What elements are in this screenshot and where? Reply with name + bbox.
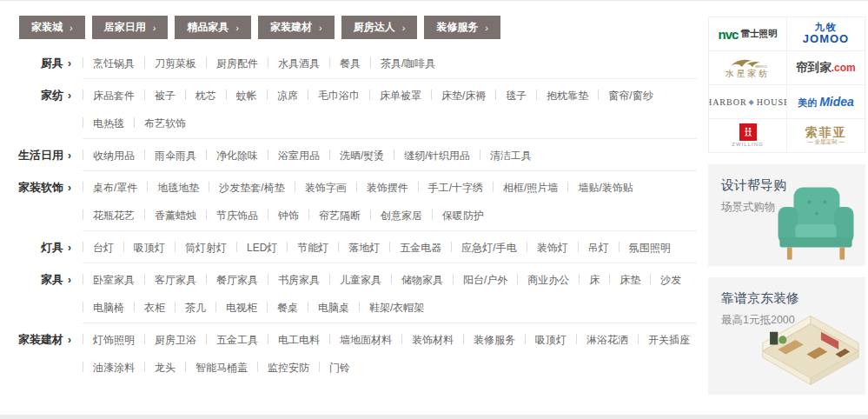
category-link[interactable]: 床 <box>580 266 609 294</box>
nav-button-daily-home[interactable]: 居家日用› <box>92 16 169 39</box>
category-link[interactable]: 枕芯 <box>186 82 226 110</box>
category-link[interactable]: 应急灯/手电 <box>452 234 526 262</box>
brand-nvc-lighting[interactable]: nvc 雷士照明 <box>709 17 787 51</box>
category-link[interactable]: 钟饰 <box>268 202 308 229</box>
brand-jomoo[interactable]: 九牧 JOMOO <box>787 17 865 51</box>
category-link[interactable]: 保暖防护 <box>433 202 494 229</box>
category-link[interactable]: 布艺软饰 <box>135 110 195 137</box>
category-link[interactable]: 储物家具 <box>392 266 453 294</box>
category-label[interactable]: 灯具› <box>0 234 83 262</box>
category-link[interactable]: 开关插座 <box>639 326 699 354</box>
category-link[interactable]: 花瓶花艺 <box>83 202 144 229</box>
category-link[interactable]: 床垫/床褥 <box>432 82 495 110</box>
category-link[interactable]: 厨房卫浴 <box>145 326 206 354</box>
nav-button-renovation-service[interactable]: 装修服务› <box>424 16 500 39</box>
category-link[interactable]: 吸顶灯 <box>124 234 175 262</box>
category-link[interactable]: 浴室用品 <box>268 142 329 170</box>
category-link[interactable]: 吊灯 <box>579 234 619 262</box>
category-link[interactable]: 桌布/罩件 <box>83 174 147 202</box>
category-link[interactable]: 电脑椅 <box>83 294 134 322</box>
category-link[interactable]: 商业办公 <box>518 266 579 294</box>
category-link[interactable]: 装饰字画 <box>295 174 356 202</box>
category-label[interactable]: 生活日用› <box>0 142 83 170</box>
category-link[interactable]: 墙地面材料 <box>330 326 401 354</box>
category-link[interactable]: 洗晒/熨烫 <box>330 142 394 170</box>
category-link[interactable]: 电工电料 <box>268 326 329 354</box>
category-link[interactable]: 香薰蜡烛 <box>145 202 206 229</box>
category-link[interactable]: 儿童家具 <box>330 266 391 294</box>
category-link[interactable]: 烹饪锅具 <box>83 50 144 77</box>
category-label[interactable]: 厨具› <box>0 50 83 77</box>
category-link[interactable]: 水具酒具 <box>268 50 329 77</box>
nav-button-building-materials[interactable]: 家装建材› <box>258 16 335 39</box>
category-link[interactable]: 客厅家具 <box>145 266 206 294</box>
brand-sofia[interactable]: 索菲亚 — 全屋定制 — <box>787 119 865 153</box>
category-label[interactable]: 家具› <box>0 266 83 294</box>
category-link[interactable]: 刀剪菜板 <box>145 50 206 77</box>
category-link[interactable]: 筒灯射灯 <box>176 234 236 262</box>
category-link[interactable]: 床单被罩 <box>370 82 431 110</box>
category-link[interactable]: 抱枕靠垫 <box>537 82 598 110</box>
category-link[interactable]: 五金电器 <box>390 234 451 262</box>
category-link[interactable]: 氛围照明 <box>620 234 680 262</box>
category-link[interactable]: 茶几 <box>176 294 215 322</box>
category-link[interactable]: 书房家具 <box>268 266 329 294</box>
category-link[interactable]: 地毯地垫 <box>148 174 209 202</box>
category-link[interactable]: 门铃 <box>320 354 360 382</box>
category-link[interactable]: 毛巾浴巾 <box>308 82 369 110</box>
category-link[interactable]: 节庆饰品 <box>207 202 268 229</box>
category-link[interactable]: 墙贴/装饰贴 <box>568 174 642 202</box>
category-link[interactable]: 台灯 <box>83 234 123 262</box>
category-link[interactable]: 电视柜 <box>216 294 267 322</box>
category-link[interactable]: 餐厅家具 <box>207 266 268 294</box>
brand-zwilling[interactable]: ZWILLING <box>709 119 787 153</box>
category-link[interactable]: 床品套件 <box>83 82 144 110</box>
category-link[interactable]: 五金工具 <box>207 326 268 354</box>
category-link[interactable]: 鞋架/衣帽架 <box>360 294 434 322</box>
category-link[interactable]: 沙发 <box>651 266 691 294</box>
category-link[interactable]: 创意家居 <box>371 202 432 229</box>
category-link[interactable]: 雨伞雨具 <box>145 142 206 170</box>
category-link[interactable]: 窗帘/窗纱 <box>599 82 662 110</box>
category-link[interactable]: 茶具/咖啡具 <box>371 50 445 77</box>
category-label[interactable]: 家装建材› <box>0 326 83 354</box>
category-link[interactable]: 淋浴花洒 <box>577 326 638 354</box>
category-link[interactable]: 手工/十字绣 <box>419 174 493 202</box>
category-link[interactable]: 凉席 <box>268 82 308 110</box>
category-link[interactable]: 相框/照片墙 <box>494 174 567 202</box>
category-link[interactable]: 节能灯 <box>288 234 338 262</box>
category-link[interactable]: 床垫 <box>610 266 650 294</box>
promo-jd-renovation[interactable]: 靠谱京东装修 最高1元抵2000 <box>708 277 865 395</box>
category-link[interactable]: 净化除味 <box>207 142 268 170</box>
category-link[interactable]: 被子 <box>145 82 185 110</box>
brand-harbor-house[interactable]: HARBOR ◆ HOUSE <box>709 85 787 119</box>
category-link[interactable]: 智能马桶盖 <box>186 354 257 382</box>
category-label[interactable]: 家纺› <box>0 82 83 110</box>
category-link[interactable]: 帘艺隔断 <box>309 202 370 229</box>
category-link[interactable]: 吸顶灯 <box>526 326 576 354</box>
category-link[interactable]: 餐具 <box>330 50 370 77</box>
category-link[interactable]: 清洁工具 <box>480 142 541 170</box>
category-label[interactable]: 家装软饰› <box>0 174 83 202</box>
brand-liandaojia[interactable]: 帘到家 .com <box>787 51 865 85</box>
category-link[interactable]: 蚊帐 <box>227 82 267 110</box>
category-link[interactable]: 收纳用品 <box>83 142 144 170</box>
nav-button-home-deco-city[interactable]: 家装城› <box>19 16 85 39</box>
nav-button-fine-furniture[interactable]: 精品家具› <box>175 16 251 39</box>
category-link[interactable]: 龙头 <box>145 354 185 382</box>
category-link[interactable]: 餐桌 <box>268 294 308 322</box>
category-link[interactable]: 装饰材料 <box>402 326 463 354</box>
category-link[interactable]: LED灯 <box>237 234 287 262</box>
category-link[interactable]: 衣柜 <box>135 294 175 322</box>
category-link[interactable]: 毯子 <box>496 82 536 110</box>
category-link[interactable]: 装饰灯 <box>527 234 578 262</box>
category-link[interactable]: 油漆涂料 <box>83 354 144 382</box>
category-link[interactable]: 沙发垫套/椅垫 <box>209 174 294 202</box>
category-link[interactable]: 阳台/户外 <box>454 266 517 294</box>
category-link[interactable]: 缝纫/针织用品 <box>394 142 479 170</box>
brand-midea[interactable]: 美的 Midea <box>787 85 865 119</box>
category-link[interactable]: 落地灯 <box>339 234 389 262</box>
category-link[interactable]: 电热毯 <box>83 110 134 137</box>
category-link[interactable]: 灯饰照明 <box>83 326 144 354</box>
nav-button-kitchen-expert[interactable]: 厨房达人› <box>341 16 418 39</box>
